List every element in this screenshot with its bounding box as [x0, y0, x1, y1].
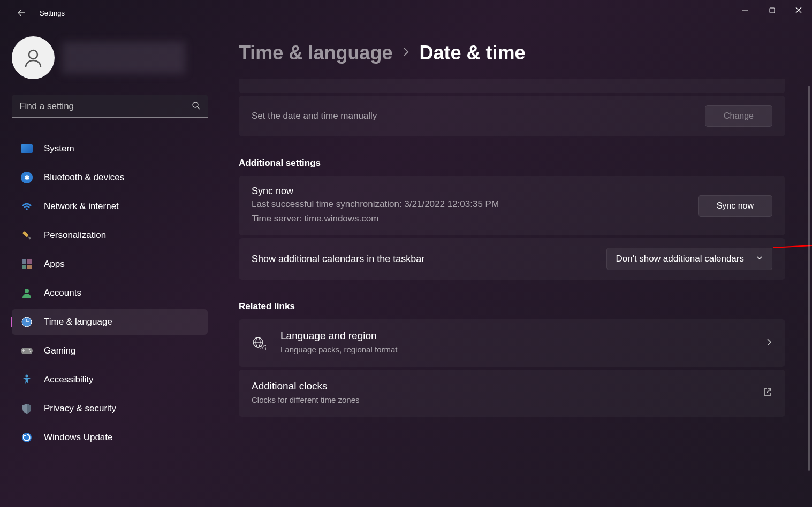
link-sub: Language packs, regional format [280, 344, 752, 356]
calendars-card: Show additional calendars in the taskbar… [239, 238, 785, 280]
sidebar-item-label: Bluetooth & devices [44, 172, 124, 183]
external-link-icon [763, 387, 772, 399]
maximize-button[interactable] [758, 0, 785, 20]
personalization-icon [20, 229, 33, 242]
svg-rect-11 [22, 265, 26, 269]
sidebar-item-personalization[interactable]: Personalization [12, 222, 208, 248]
sidebar-item-label: Accessibility [44, 374, 94, 385]
svg-point-19 [29, 349, 31, 351]
sidebar-item-privacy[interactable]: Privacy & security [12, 396, 208, 421]
window-controls [732, 0, 812, 20]
sidebar-item-windows-update[interactable]: Windows Update [12, 425, 208, 450]
svg-rect-1 [770, 8, 775, 13]
breadcrumb-parent[interactable]: Time & language [239, 42, 392, 64]
svg-rect-10 [27, 259, 32, 264]
sidebar-item-label: System [44, 143, 74, 154]
svg-rect-12 [27, 265, 32, 269]
chevron-right-icon [766, 337, 772, 349]
sidebar-item-system[interactable]: System [12, 136, 208, 162]
svg-text:A字: A字 [260, 345, 266, 350]
svg-point-13 [25, 289, 29, 293]
related-links-heading: Related links [239, 301, 785, 312]
scrollbar[interactable] [808, 86, 810, 471]
previous-card-edge [239, 79, 785, 93]
chevron-right-icon [402, 45, 409, 60]
link-title: Language and region [280, 330, 752, 342]
bluetooth-icon: ✱ [20, 171, 33, 184]
system-icon [20, 142, 33, 155]
svg-line-6 [198, 107, 200, 109]
svg-point-4 [29, 50, 37, 59]
nav-list: System ✱ Bluetooth & devices Network & i… [12, 136, 208, 450]
sidebar-item-apps[interactable]: Apps [12, 251, 208, 277]
sidebar-item-time-language[interactable]: Time & language [12, 309, 208, 335]
svg-line-29 [767, 389, 771, 393]
wifi-icon [20, 200, 33, 213]
sync-title: Sync now [252, 186, 499, 197]
apps-icon [20, 258, 33, 271]
calendars-value: Don't show additional calendars [616, 253, 744, 264]
sidebar-item-label: Apps [44, 259, 65, 270]
svg-point-5 [193, 102, 198, 107]
sidebar-item-label: Network & internet [44, 201, 119, 212]
sidebar-item-bluetooth[interactable]: ✱ Bluetooth & devices [12, 165, 208, 190]
sidebar-item-label: Windows Update [44, 432, 113, 443]
manual-time-label: Set the date and time manually [252, 109, 377, 123]
update-icon [20, 431, 33, 444]
sidebar-item-accounts[interactable]: Accounts [12, 280, 208, 306]
sidebar-item-accessibility[interactable]: Accessibility [12, 367, 208, 393]
sidebar-item-label: Gaming [44, 345, 76, 356]
search-icon [192, 101, 200, 112]
sidebar-item-label: Privacy & security [44, 403, 116, 414]
additional-settings-heading: Additional settings [239, 158, 785, 168]
calendars-label: Show additional calendars in the taskbar [252, 253, 424, 265]
link-title: Additional clocks [252, 380, 749, 392]
profile-info-redacted [62, 42, 185, 74]
svg-rect-9 [22, 259, 26, 264]
manual-time-card: Set the date and time manually Change [239, 96, 785, 136]
sidebar-item-label: Time & language [44, 317, 112, 327]
profile-section[interactable] [12, 36, 208, 79]
sync-server: Time server: time.windows.com [252, 211, 499, 226]
additional-clocks-link[interactable]: Additional clocks Clocks for different t… [239, 370, 785, 417]
globe-icon: A字 [252, 336, 267, 351]
sidebar-item-network[interactable]: Network & internet [12, 194, 208, 219]
breadcrumb-current: Date & time [419, 42, 525, 64]
avatar [12, 36, 55, 79]
sidebar-item-label: Personalization [44, 230, 106, 241]
breadcrumb: Time & language Date & time [239, 42, 785, 64]
time-language-icon [20, 316, 33, 328]
content-area: Time & language Date & time Set the date… [219, 26, 812, 507]
search-input[interactable] [19, 101, 192, 112]
sidebar-item-gaming[interactable]: Gaming [12, 338, 208, 364]
app-title: Settings [40, 9, 65, 17]
accessibility-icon [20, 373, 33, 386]
back-button[interactable] [11, 2, 32, 24]
sidebar-item-label: Accounts [44, 288, 81, 298]
accounts-icon [20, 287, 33, 299]
sidebar: System ✱ Bluetooth & devices Network & i… [0, 26, 219, 507]
sync-card: Sync now Last successful time synchroniz… [239, 176, 785, 235]
gaming-icon [20, 344, 33, 357]
close-button[interactable] [785, 0, 812, 20]
svg-point-7 [26, 208, 28, 210]
minimize-button[interactable] [732, 0, 758, 20]
shield-icon [20, 402, 33, 415]
link-sub: Clocks for different time zones [252, 394, 749, 406]
chevron-down-icon [756, 253, 763, 264]
svg-point-20 [30, 351, 32, 353]
language-region-link[interactable]: A字 Language and region Language packs, r… [239, 319, 785, 367]
calendars-dropdown[interactable]: Don't show additional calendars [606, 248, 772, 270]
titlebar: Settings [0, 0, 812, 26]
sync-last-time: Last successful time synchronization: 3/… [252, 197, 499, 211]
change-button[interactable]: Change [705, 105, 772, 127]
svg-point-23 [26, 375, 28, 378]
search-box[interactable] [12, 95, 208, 118]
sync-now-button[interactable]: Sync now [698, 195, 772, 217]
